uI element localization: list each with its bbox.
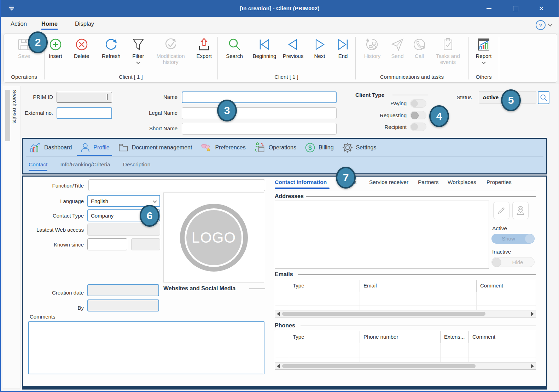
- callout-badge-4: 4: [429, 105, 449, 127]
- tab-billing[interactable]: $ Billing: [300, 139, 338, 156]
- legal-name-field[interactable]: [182, 107, 337, 119]
- tab-document-management[interactable]: Document management: [113, 139, 196, 156]
- by-label: By: [23, 305, 84, 311]
- tab-dashboard[interactable]: Dashboard: [25, 139, 76, 156]
- paying-toggle[interactable]: [410, 99, 426, 108]
- external-no-field[interactable]: [57, 107, 112, 119]
- refresh-button[interactable]: Refresh: [96, 37, 126, 59]
- menu-display[interactable]: Display: [75, 20, 94, 27]
- tab-workplaces[interactable]: Workplaces: [448, 179, 476, 185]
- emails-col-email[interactable]: Email: [360, 280, 477, 292]
- send-button[interactable]: Send: [386, 37, 408, 59]
- scroll-track[interactable]: [281, 364, 529, 368]
- beginning-button[interactable]: Beginning: [250, 37, 279, 59]
- tab-properties[interactable]: Properties: [487, 179, 512, 185]
- prim-id-field[interactable]: [57, 92, 112, 103]
- export-button[interactable]: Export: [191, 37, 217, 59]
- scroll-right-arrow[interactable]: [529, 312, 536, 316]
- phones-col-extension[interactable]: Extens...: [441, 331, 469, 343]
- modification-history-button[interactable]: Modification history: [151, 37, 191, 65]
- end-icon: [335, 37, 351, 52]
- report-button[interactable]: Report: [470, 37, 498, 64]
- addresses-header: Addresses: [275, 193, 304, 200]
- subtab-description[interactable]: Description: [123, 157, 151, 172]
- scroll-left-arrow[interactable]: [275, 312, 281, 316]
- scroll-left-arrow[interactable]: [275, 364, 281, 368]
- tab-contact-information[interactable]: Contact information: [275, 179, 327, 185]
- subtab-info-ranking-criteria[interactable]: Info/Ranking/Criteria: [60, 157, 110, 172]
- ribbon-group-label: Others: [468, 74, 499, 80]
- chevron-down-icon: [136, 60, 140, 64]
- inactive-hide-toggle[interactable]: Hide: [491, 257, 535, 267]
- phones-hscrollbar[interactable]: [275, 362, 536, 369]
- filter-button[interactable]: Filter: [126, 37, 151, 64]
- close-button[interactable]: ×: [531, 0, 552, 17]
- scroll-right-arrow[interactable]: [529, 364, 536, 368]
- menu-home[interactable]: Home: [41, 20, 58, 27]
- comments-textarea[interactable]: [28, 321, 264, 374]
- dashboard-icon: [29, 142, 42, 154]
- table-cell: [360, 305, 477, 310]
- name-field[interactable]: [182, 91, 337, 103]
- addresses-list[interactable]: [275, 201, 489, 269]
- creation-date-label: Creation date: [23, 290, 84, 296]
- created-by-field[interactable]: [87, 299, 159, 311]
- scroll-thumb[interactable]: [282, 312, 485, 316]
- minimize-button[interactable]: [479, 0, 499, 17]
- call-icon: [412, 37, 427, 52]
- tab-operations[interactable]: Operations: [250, 139, 300, 156]
- previous-button[interactable]: Previous: [279, 37, 307, 59]
- search-button[interactable]: Search: [219, 37, 250, 59]
- status-search-button[interactable]: [538, 91, 549, 104]
- refresh-icon: [103, 37, 119, 52]
- subtab-contact[interactable]: Contact: [29, 157, 47, 172]
- search-results-panel-tab[interactable]: Search results: [3, 86, 21, 388]
- emails-col-selector[interactable]: [275, 280, 289, 292]
- tab-service-receiver[interactable]: Service receiver: [369, 179, 408, 185]
- tab-partners[interactable]: Partners: [418, 179, 439, 185]
- function-title-field[interactable]: [88, 179, 265, 191]
- tab-preferences[interactable]: Preferences: [196, 139, 249, 156]
- emails-col-type[interactable]: Type: [289, 280, 360, 292]
- search-results-label: Search results: [12, 90, 18, 160]
- map-address-button[interactable]: [512, 202, 529, 219]
- ribbon-group-client-nav: Search Beginning Previous: [217, 34, 355, 82]
- tab-settings[interactable]: Settings: [338, 139, 380, 156]
- call-button[interactable]: Call: [408, 37, 430, 59]
- maximize-button[interactable]: [505, 0, 526, 17]
- end-button[interactable]: End: [332, 37, 354, 59]
- scroll-track[interactable]: [281, 311, 529, 316]
- phones-col-selector[interactable]: [275, 331, 289, 343]
- websites-header: Websites and Social Media: [163, 285, 235, 292]
- profile-icon: [80, 142, 91, 153]
- scroll-thumb[interactable]: [282, 364, 476, 368]
- callout-badge-7: 7: [336, 167, 356, 189]
- next-button[interactable]: Next: [307, 37, 332, 59]
- recipient-toggle[interactable]: [410, 123, 426, 131]
- phones-col-number[interactable]: Phone number: [360, 331, 441, 343]
- emails-col-comment[interactable]: Comment: [477, 280, 536, 292]
- tab-profile[interactable]: Profile: [76, 139, 113, 156]
- known-since-label: Known since: [23, 242, 84, 248]
- delete-button[interactable]: Delete: [67, 37, 97, 59]
- requesting-toggle[interactable]: [410, 111, 426, 119]
- table-cell: [360, 357, 441, 362]
- hide-label: Hide: [501, 257, 534, 267]
- logo-circle: LOGO: [180, 204, 248, 272]
- table-cell: [469, 357, 536, 362]
- phones-col-type[interactable]: Type: [289, 331, 360, 343]
- emails-hscrollbar[interactable]: [275, 310, 536, 317]
- short-name-field[interactable]: [182, 123, 337, 135]
- callout-badge-2: 2: [28, 31, 48, 53]
- emails-table: Type Email Comment: [275, 280, 536, 317]
- menu-action[interactable]: Action: [11, 20, 27, 27]
- help-icon[interactable]: ?: [536, 20, 546, 30]
- history-button[interactable]: History: [358, 37, 386, 59]
- phones-col-comment[interactable]: Comment: [469, 331, 536, 343]
- known-since-extra-field[interactable]: [131, 238, 160, 250]
- tasks-and-events-button[interactable]: Tasks and events: [430, 37, 466, 65]
- creation-date-field[interactable]: [87, 284, 159, 296]
- active-show-toggle[interactable]: Show: [491, 234, 535, 244]
- edit-address-button[interactable]: [493, 202, 509, 219]
- known-since-field[interactable]: [87, 238, 127, 250]
